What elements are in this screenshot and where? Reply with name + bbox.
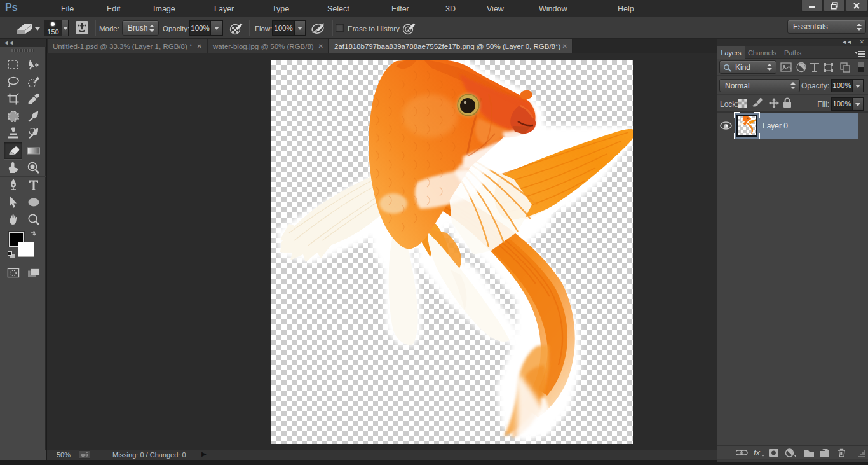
svg-text:fx: fx [754,448,761,457]
